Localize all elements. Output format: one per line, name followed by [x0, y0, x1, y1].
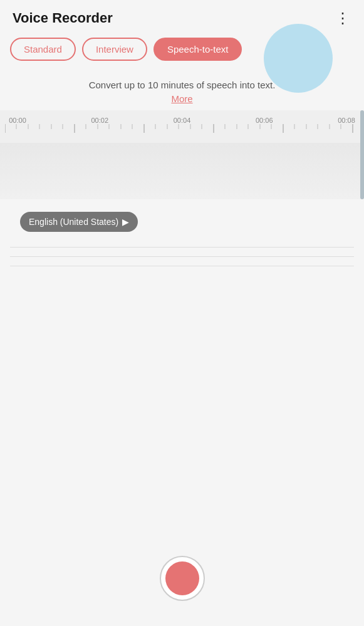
language-arrow-icon: ▶ [122, 217, 129, 227]
divider-3 [10, 266, 354, 266]
record-button[interactable] [160, 556, 205, 601]
record-button-inner [165, 561, 199, 595]
tab-interview[interactable]: Interview [82, 38, 147, 61]
scrollbar[interactable] [360, 110, 364, 199]
language-selector[interactable]: English (United States) ▶ [20, 212, 138, 232]
tick-marks-svg: // drawn inline below [5, 124, 359, 143]
timeline-label-3: 00:06 [252, 117, 277, 124]
language-section: English (United States) ▶ [10, 199, 354, 238]
timeline-labels: 00:00 00:02 00:04 00:06 00:08 [0, 117, 364, 124]
timeline-label-2: 00:04 [170, 117, 195, 124]
app-title: Voice Recorder [13, 10, 113, 26]
more-link[interactable]: More [13, 93, 351, 104]
app-container: Voice Recorder ⋮ Standard Interview Spee… [0, 0, 364, 626]
tab-standard[interactable]: Standard [10, 38, 76, 61]
waveform-area [0, 143, 364, 199]
header: Voice Recorder ⋮ [0, 0, 364, 33]
timeline-label-1: 00:02 [87, 117, 112, 124]
timeline-label-0: 00:00 [5, 117, 30, 124]
divider-2 [10, 256, 354, 257]
tab-speech-to-text[interactable]: Speech-to-text [153, 38, 242, 61]
divider-1 [10, 247, 354, 248]
tabs-container: Standard Interview Speech-to-text [0, 33, 364, 68]
ruler-ticks: // drawn inline below [0, 124, 364, 143]
info-text: Convert up to 10 minutes of speech into … [89, 80, 276, 90]
content-area: English (United States) ▶ [0, 199, 364, 537]
language-label: English (United States) [29, 217, 118, 227]
info-section: Convert up to 10 minutes of speech into … [0, 68, 364, 110]
overflow-menu-icon[interactable]: ⋮ [335, 11, 351, 26]
record-section [0, 537, 364, 626]
timeline-label-4: 00:08 [334, 117, 359, 124]
ruler-line: // drawn inline below [5, 124, 359, 143]
timeline-section: 00:00 00:02 00:04 00:06 00:08 // drawn i… [0, 110, 364, 199]
